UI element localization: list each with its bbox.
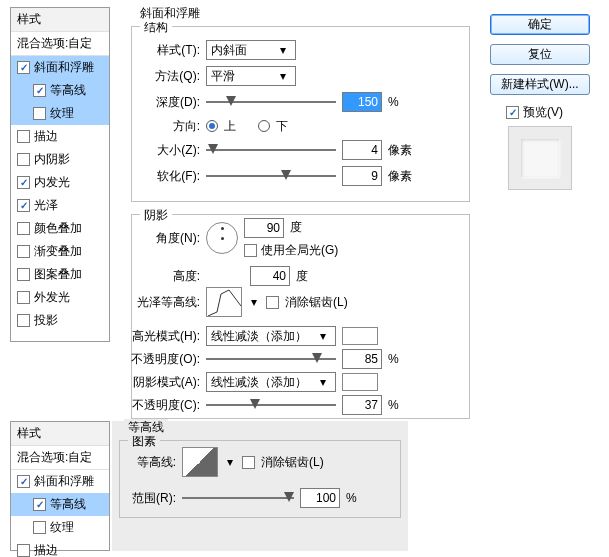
group-elements: 图素 等高线: ▾ 消除锯齿(L) 范围(R): 100 %: [119, 440, 401, 518]
input-depth[interactable]: 150: [342, 92, 382, 112]
checkbox[interactable]: [17, 130, 30, 143]
slider-range[interactable]: [182, 491, 294, 505]
styles-item[interactable]: 投影: [11, 309, 109, 332]
checkbox[interactable]: [17, 61, 30, 74]
checkbox[interactable]: [17, 245, 30, 258]
checkbox[interactable]: [17, 268, 30, 281]
new-style-button[interactable]: 新建样式(W)...: [490, 74, 590, 95]
styles-item[interactable]: 渐变叠加: [11, 240, 109, 263]
slider-size[interactable]: [206, 143, 336, 157]
contour-picker[interactable]: [182, 447, 218, 477]
styles-item[interactable]: 外发光: [11, 286, 109, 309]
hl-color-swatch[interactable]: [342, 327, 378, 345]
label-sh-mode: 阴影模式(A):: [124, 374, 200, 391]
checkbox[interactable]: [33, 84, 46, 97]
styles-item[interactable]: 等高线: [11, 79, 109, 102]
input-range[interactable]: 100: [300, 488, 340, 508]
slider-hl-opacity[interactable]: [206, 352, 336, 366]
styles-item[interactable]: 等高线: [11, 493, 109, 516]
checkbox[interactable]: [33, 521, 46, 534]
chevron-down-icon: ▾: [275, 69, 291, 83]
chevron-down-icon: ▾: [315, 329, 331, 343]
unit-degree: 度: [290, 219, 302, 236]
checkbox[interactable]: [17, 291, 30, 304]
checkbox-antialias-2[interactable]: [242, 456, 255, 469]
unit-percent-4: %: [346, 491, 376, 505]
styles-item[interactable]: 颜色叠加: [11, 217, 109, 240]
angle-dial[interactable]: [206, 222, 238, 254]
label-gloss-contour: 光泽等高线:: [124, 294, 200, 311]
styles-item[interactable]: 描边: [11, 125, 109, 148]
styles-list: 斜面和浮雕等高线纹理描边内阴影内发光光泽颜色叠加渐变叠加图案叠加外发光投影: [11, 56, 109, 332]
unit-pixels-2: 像素: [388, 168, 418, 185]
radio-down[interactable]: [258, 120, 270, 132]
checkbox-global-light[interactable]: [244, 244, 257, 257]
chevron-down-icon[interactable]: ▾: [248, 295, 260, 309]
select-sh-mode[interactable]: 线性减淡（添加） ▾: [206, 372, 336, 392]
label-direction: 方向:: [140, 118, 200, 135]
select-hl-mode[interactable]: 线性减淡（添加） ▾: [206, 326, 336, 346]
chevron-down-icon: ▾: [315, 375, 331, 389]
styles-item[interactable]: 斜面和浮雕: [11, 470, 109, 493]
input-altitude[interactable]: 40: [250, 266, 290, 286]
checkbox[interactable]: [17, 199, 30, 212]
styles-item-label: 纹理: [50, 105, 74, 122]
styles-item-label: 光泽: [34, 197, 58, 214]
checkbox[interactable]: [17, 176, 30, 189]
styles-item[interactable]: 内发光: [11, 171, 109, 194]
checkbox[interactable]: [17, 314, 30, 327]
label-antialias-2: 消除锯齿(L): [261, 454, 324, 471]
chevron-down-icon[interactable]: ▾: [224, 455, 236, 469]
label-global-light: 使用全局光(G): [261, 242, 338, 259]
checkbox[interactable]: [17, 153, 30, 166]
styles-item[interactable]: 斜面和浮雕: [11, 56, 109, 79]
chevron-down-icon: ▾: [275, 43, 291, 57]
checkbox[interactable]: [33, 498, 46, 511]
input-size[interactable]: 4: [342, 140, 382, 160]
label-size: 大小(Z):: [140, 142, 200, 159]
select-method[interactable]: 平滑 ▾: [206, 66, 296, 86]
checkbox[interactable]: [17, 544, 30, 557]
ok-button[interactable]: 确定: [490, 14, 590, 35]
styles-item[interactable]: 图案叠加: [11, 263, 109, 286]
styles-item[interactable]: 内阴影: [11, 148, 109, 171]
slider-sh-opacity[interactable]: [206, 398, 336, 412]
unit-percent-2: %: [388, 352, 418, 366]
reset-button[interactable]: 复位: [490, 44, 590, 65]
blend-options[interactable]: 混合选项:自定: [11, 32, 109, 56]
styles-item-label: 内发光: [34, 174, 70, 191]
checkbox[interactable]: [33, 107, 46, 120]
label-method: 方法(Q):: [140, 68, 200, 85]
styles-item[interactable]: 纹理: [11, 516, 109, 539]
input-sh-opacity[interactable]: 37: [342, 395, 382, 415]
checkbox[interactable]: [17, 222, 30, 235]
label-sh-opacity: 不透明度(C):: [124, 397, 200, 414]
styles-item-label: 颜色叠加: [34, 220, 82, 237]
styles-item-label: 斜面和浮雕: [34, 473, 94, 490]
slider-soften[interactable]: [206, 169, 336, 183]
styles-item-label: 描边: [34, 542, 58, 557]
styles-title-2: 样式: [11, 422, 109, 446]
styles-panel-2: 样式 混合选项:自定 斜面和浮雕等高线纹理描边: [10, 421, 110, 551]
select-method-value: 平滑: [211, 68, 235, 85]
radio-up[interactable]: [206, 120, 218, 132]
checkbox-antialias[interactable]: [266, 296, 279, 309]
input-angle[interactable]: 90: [244, 218, 284, 238]
input-hl-opacity[interactable]: 85: [342, 349, 382, 369]
sh-color-swatch[interactable]: [342, 373, 378, 391]
gloss-contour-picker[interactable]: [206, 287, 242, 317]
select-sh-mode-value: 线性减淡（添加）: [211, 374, 307, 391]
select-style-value: 内斜面: [211, 42, 247, 59]
label-soften: 软化(F):: [140, 168, 200, 185]
blend-options-2[interactable]: 混合选项:自定: [11, 446, 109, 470]
input-soften[interactable]: 9: [342, 166, 382, 186]
styles-item[interactable]: 描边: [11, 539, 109, 557]
preview-swatch: [508, 126, 572, 190]
styles-item[interactable]: 纹理: [11, 102, 109, 125]
checkbox[interactable]: [17, 475, 30, 488]
unit-percent: %: [388, 95, 418, 109]
styles-item[interactable]: 光泽: [11, 194, 109, 217]
checkbox-preview[interactable]: [506, 106, 519, 119]
select-style[interactable]: 内斜面 ▾: [206, 40, 296, 60]
slider-depth[interactable]: [206, 95, 336, 109]
